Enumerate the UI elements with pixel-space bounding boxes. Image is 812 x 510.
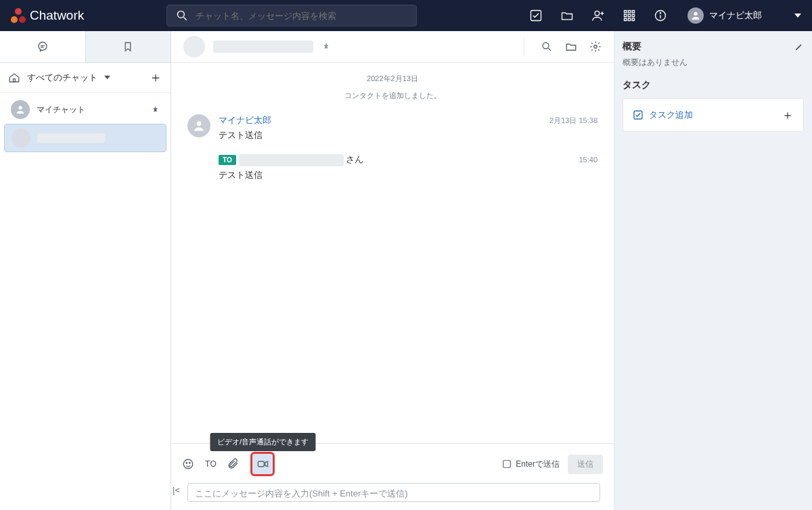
svg-rect-6 bbox=[625, 11, 627, 13]
checkbox-icon bbox=[502, 459, 512, 469]
gear-icon[interactable] bbox=[589, 41, 602, 53]
top-icon-group bbox=[529, 9, 667, 22]
svg-rect-8 bbox=[632, 11, 634, 13]
task-icon[interactable] bbox=[529, 9, 543, 22]
to-button[interactable]: TO bbox=[205, 459, 217, 469]
sidebar-filter[interactable]: すべてのチャット ＋ bbox=[0, 63, 171, 93]
search-box[interactable] bbox=[166, 5, 417, 26]
folder-icon[interactable] bbox=[565, 41, 577, 53]
chat-title: ████████ bbox=[213, 41, 313, 53]
to-suffix: さん bbox=[346, 154, 363, 164]
user-menu[interactable]: マイナビ太郎 bbox=[687, 7, 801, 24]
svg-rect-12 bbox=[625, 18, 627, 20]
pin-icon[interactable] bbox=[321, 42, 331, 51]
avatar bbox=[687, 7, 704, 24]
chevron-down-icon bbox=[794, 12, 801, 19]
emoji-icon[interactable] bbox=[182, 458, 194, 470]
task-add-card[interactable]: タスク追加 ＋ bbox=[623, 98, 804, 132]
svg-marker-34 bbox=[265, 461, 268, 467]
svg-marker-19 bbox=[794, 14, 801, 18]
svg-point-29 bbox=[197, 121, 202, 126]
system-message: コンタクトを追加しました。 bbox=[187, 91, 597, 101]
message: マイナビ太郎 2月13日 15:38 テスト送信 bbox=[187, 114, 597, 141]
search-input[interactable] bbox=[196, 11, 408, 21]
message: TO████████ さん 15:40 テスト送信 bbox=[187, 154, 597, 181]
plus-icon: ＋ bbox=[782, 107, 794, 123]
chevron-down-icon bbox=[104, 74, 110, 80]
video-icon bbox=[256, 458, 269, 470]
summary-empty-text: 概要はありません bbox=[623, 57, 804, 68]
task-check-icon bbox=[633, 110, 644, 120]
svg-rect-11 bbox=[632, 14, 634, 16]
chat-icon bbox=[37, 41, 49, 53]
to-badge: TO bbox=[219, 155, 236, 165]
chat-item-mychat[interactable]: マイチャット bbox=[4, 95, 166, 124]
chat-list: マイチャット ████████ bbox=[0, 93, 171, 155]
svg-rect-14 bbox=[632, 18, 634, 20]
task-add-label: タスク追加 bbox=[649, 109, 693, 121]
message-time: 2月13日 15:38 bbox=[549, 116, 597, 126]
summary-title: 概要 bbox=[623, 41, 641, 53]
svg-point-25 bbox=[18, 106, 22, 110]
topbar: Chatwork マイナビ太郎 bbox=[0, 0, 812, 31]
avatar bbox=[12, 129, 30, 147]
brand-mark-icon bbox=[11, 8, 26, 23]
home-icon bbox=[8, 72, 20, 84]
edit-icon[interactable] bbox=[794, 42, 804, 51]
avatar bbox=[11, 100, 30, 119]
add-contact-icon[interactable] bbox=[591, 9, 605, 22]
search-icon bbox=[175, 9, 189, 22]
to-recipient: ████████ bbox=[239, 154, 344, 166]
svg-point-26 bbox=[543, 43, 549, 49]
svg-rect-35 bbox=[503, 461, 511, 468]
tab-bookmarks[interactable] bbox=[86, 31, 171, 62]
message-body: テスト送信 bbox=[219, 129, 597, 141]
collapse-handle-icon[interactable]: |< bbox=[173, 485, 180, 495]
svg-point-28 bbox=[594, 45, 597, 49]
svg-rect-10 bbox=[628, 14, 630, 16]
message-time: 15:40 bbox=[579, 156, 597, 164]
svg-point-17 bbox=[660, 13, 660, 14]
brand-logo[interactable]: Chatwork bbox=[11, 8, 166, 23]
bookmark-icon bbox=[122, 41, 134, 53]
avatar bbox=[183, 36, 205, 57]
avatar bbox=[187, 114, 210, 137]
svg-rect-7 bbox=[628, 11, 630, 13]
search-icon[interactable] bbox=[541, 41, 553, 53]
tab-chats[interactable] bbox=[0, 31, 86, 62]
new-chat-button[interactable]: ＋ bbox=[149, 68, 162, 87]
folder-icon[interactable] bbox=[560, 9, 574, 22]
user-name: マイナビ太郎 bbox=[709, 9, 762, 22]
svg-rect-9 bbox=[625, 14, 627, 16]
svg-rect-13 bbox=[628, 18, 630, 20]
task-title: タスク bbox=[623, 79, 651, 91]
svg-point-32 bbox=[189, 463, 191, 464]
video-call-tooltip: ビデオ/音声通話ができます bbox=[210, 433, 315, 451]
task-header: タスク bbox=[623, 79, 804, 91]
chat-item-label: ████████ bbox=[37, 133, 105, 143]
filter-label: すべてのチャット bbox=[27, 72, 97, 84]
send-button[interactable]: 送信 bbox=[568, 455, 603, 474]
svg-rect-33 bbox=[258, 461, 265, 467]
apps-grid-icon[interactable] bbox=[623, 9, 636, 22]
chat-item-label: マイチャット bbox=[37, 104, 85, 116]
brand-name: Chatwork bbox=[30, 8, 84, 23]
svg-point-20 bbox=[39, 42, 47, 50]
video-call-button[interactable] bbox=[250, 452, 275, 476]
chat-item-selected[interactable]: ████████ bbox=[4, 124, 166, 152]
pin-icon[interactable] bbox=[151, 106, 160, 114]
date-separator: 2022年2月13日 bbox=[187, 74, 597, 84]
composer: |< TO ビデオ/音声通話ができます bbox=[171, 443, 614, 510]
svg-line-27 bbox=[548, 48, 551, 51]
message-input[interactable]: ここにメッセージ内容を入力(Shift + Enterキーで送信) bbox=[187, 483, 600, 502]
message-sender[interactable]: マイナビ太郎 bbox=[219, 114, 271, 126]
attachment-icon[interactable] bbox=[227, 458, 240, 470]
info-icon[interactable] bbox=[654, 9, 667, 22]
enter-send-toggle[interactable]: Enterで送信 bbox=[502, 459, 560, 470]
svg-rect-23 bbox=[14, 78, 16, 82]
enter-send-label: Enterで送信 bbox=[516, 459, 560, 470]
message-timeline: 2022年2月13日 コンタクトを追加しました。 マイナビ太郎 2月13日 15… bbox=[171, 63, 614, 443]
summary-header: 概要 bbox=[623, 41, 804, 53]
chat-header: ████████ bbox=[171, 31, 614, 63]
chat-column: ████████ 2022年2月13日 コンタクトを追加しました。 bbox=[171, 31, 614, 510]
